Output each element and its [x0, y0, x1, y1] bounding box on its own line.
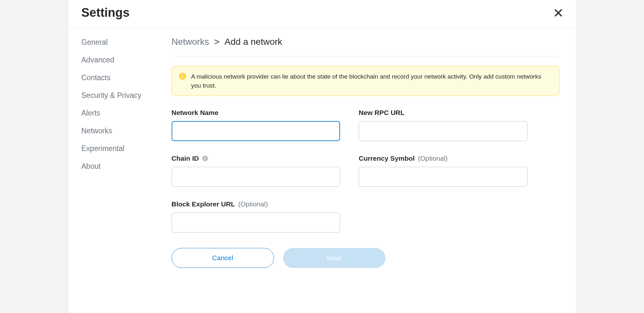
- field-rpc-url: New RPC URL: [359, 109, 527, 141]
- breadcrumb-current: Add a network: [225, 37, 282, 47]
- warning-info-icon: i: [179, 73, 186, 80]
- label-block-explorer-optional: (Optional): [238, 200, 268, 208]
- chevron-right-icon: >: [214, 37, 219, 47]
- breadcrumb: Networks > Add a network: [172, 37, 560, 56]
- field-network-name: Network Name: [172, 109, 340, 141]
- input-block-explorer[interactable]: [172, 213, 340, 232]
- field-block-explorer: Block Explorer URL (Optional): [172, 200, 340, 232]
- modal-content: General Advanced Contacts Security & Pri…: [69, 28, 576, 313]
- label-chain-id: Chain ID: [172, 155, 199, 162]
- close-button[interactable]: [554, 8, 563, 17]
- sidebar-item-general[interactable]: General: [81, 38, 159, 47]
- label-network-name: Network Name: [172, 109, 219, 117]
- sidebar-item-advanced[interactable]: Advanced: [81, 56, 159, 64]
- main-panel: Networks > Add a network i A malicious n…: [172, 28, 576, 313]
- breadcrumb-back[interactable]: Networks: [172, 37, 209, 47]
- save-button[interactable]: Save: [283, 248, 385, 268]
- sidebar-item-security-privacy[interactable]: Security & Privacy: [81, 91, 159, 100]
- field-chain-id: Chain ID i: [172, 155, 340, 187]
- input-network-name[interactable]: [172, 121, 340, 141]
- modal-title: Settings: [81, 6, 130, 20]
- sidebar: General Advanced Contacts Security & Pri…: [69, 28, 172, 313]
- cancel-button[interactable]: Cancel: [172, 248, 274, 268]
- network-form: Network Name New RPC URL Chain ID i: [172, 109, 527, 232]
- input-chain-id[interactable]: [172, 167, 340, 187]
- warning-banner: i A malicious network provider can lie a…: [172, 66, 560, 96]
- label-currency-symbol-optional: (Optional): [418, 155, 448, 162]
- label-block-explorer: Block Explorer URL: [172, 200, 235, 208]
- sidebar-item-experimental[interactable]: Experimental: [81, 144, 159, 153]
- close-icon: [554, 8, 563, 17]
- sidebar-item-networks[interactable]: Networks: [81, 127, 159, 135]
- sidebar-item-about[interactable]: About: [81, 162, 159, 171]
- settings-modal: Settings General Advanced Contacts Secur…: [69, 0, 576, 313]
- modal-header: Settings: [69, 0, 576, 28]
- chain-id-info-icon[interactable]: i: [202, 156, 208, 161]
- warning-text: A malicious network provider can lie abo…: [191, 72, 552, 90]
- input-rpc-url[interactable]: [359, 121, 527, 141]
- sidebar-item-contacts[interactable]: Contacts: [81, 73, 159, 82]
- field-currency-symbol: Currency Symbol (Optional): [359, 155, 527, 187]
- input-currency-symbol[interactable]: [359, 167, 527, 187]
- form-buttons: Cancel Save: [172, 248, 560, 268]
- label-currency-symbol: Currency Symbol: [359, 155, 415, 162]
- label-rpc-url: New RPC URL: [359, 109, 404, 117]
- sidebar-item-alerts[interactable]: Alerts: [81, 109, 159, 118]
